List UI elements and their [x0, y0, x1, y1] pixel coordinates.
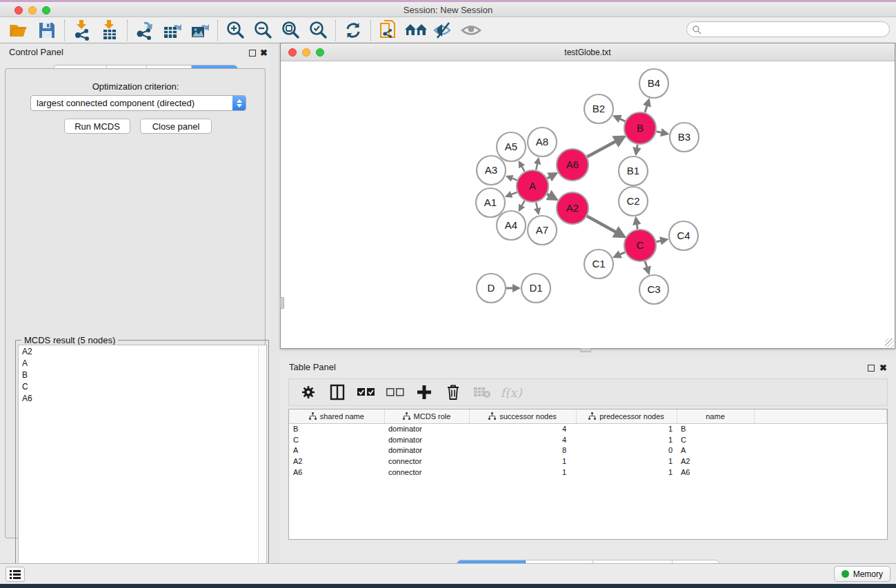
function-builder-icon[interactable]: f(x) — [501, 383, 521, 402]
node-A[interactable]: A — [517, 170, 548, 202]
edge-A-A8[interactable] — [536, 159, 539, 170]
control-panel-float-icon[interactable] — [249, 50, 256, 57]
search-input[interactable] — [701, 25, 889, 34]
node-B3[interactable]: B3 — [670, 123, 699, 152]
column-header-name[interactable]: name — [677, 409, 754, 423]
task-history-button[interactable] — [6, 567, 25, 582]
clone-network-icon[interactable] — [375, 19, 402, 42]
criterion-dropdown[interactable]: largest connected component (directed) — [30, 95, 246, 111]
mcds-result-item[interactable]: B — [19, 369, 266, 381]
node-A6[interactable]: A6 — [557, 149, 588, 181]
column-header-successor-nodes[interactable]: successor nodes — [469, 409, 576, 423]
edge-A-A3[interactable] — [507, 176, 517, 180]
table-row[interactable]: A6connector11A6 — [289, 467, 887, 478]
node-C2[interactable]: C2 — [619, 187, 648, 216]
mcds-result-item[interactable]: A6 — [19, 392, 266, 404]
node-D1[interactable]: D1 — [521, 274, 550, 303]
memory-button[interactable]: Memory — [834, 566, 890, 582]
table-settings-icon[interactable] — [299, 383, 318, 402]
save-session-icon[interactable] — [33, 19, 61, 42]
table-row[interactable]: Cdominator41C — [289, 434, 887, 445]
show-selected-icon[interactable] — [457, 19, 485, 42]
zoom-fit-icon[interactable] — [277, 19, 304, 42]
node-C[interactable]: C — [624, 230, 656, 261]
column-header-MCDS-role[interactable]: MCDS role — [384, 409, 469, 423]
edge-A-A7[interactable] — [536, 202, 539, 213]
select-all-columns-icon[interactable] — [357, 383, 376, 402]
node-A5[interactable]: A5 — [497, 132, 526, 161]
edge-B-B2[interactable] — [615, 116, 626, 121]
delete-column-icon[interactable] — [444, 383, 463, 402]
export-image-icon[interactable] — [186, 19, 214, 42]
network-canvas[interactable]: B4B2BB3A8A5A6A3B1AA1C2A2A4A7C4CC1C3DD1 — [281, 62, 894, 348]
result-list-scrollbar[interactable] — [258, 345, 266, 573]
table-panel-float-icon[interactable] — [868, 365, 875, 372]
edge-A-A2[interactable] — [547, 194, 556, 199]
edge-C-C1[interactable] — [615, 252, 625, 257]
column-header-shared-name[interactable]: shared name — [289, 409, 384, 423]
column-header-predecessor-nodes[interactable]: predecessor nodes — [576, 409, 677, 423]
deselect-all-columns-icon[interactable] — [386, 383, 405, 402]
table-row[interactable]: A2connector11A2 — [289, 456, 887, 467]
edge-A-A4[interactable] — [519, 201, 525, 210]
node-C1[interactable]: C1 — [584, 250, 613, 278]
node-B2[interactable]: B2 — [584, 94, 613, 123]
mcds-result-list[interactable]: A2ABCA6 — [18, 345, 267, 574]
refresh-icon[interactable] — [339, 19, 367, 42]
zoom-out-icon[interactable] — [249, 19, 277, 42]
table-panel-close-icon[interactable]: ✖ — [879, 363, 887, 374]
network-graph[interactable]: B4B2BB3A8A5A6A3B1AA1C2A2A4A7C4CC1C3DD1 — [281, 62, 894, 348]
delete-table-icon[interactable] — [472, 383, 492, 402]
edge-B-B3[interactable] — [657, 132, 668, 134]
column-selector-icon[interactable] — [328, 383, 347, 402]
edge-A6-B[interactable] — [587, 137, 624, 157]
open-session-icon[interactable] — [6, 19, 33, 42]
split-divider-handle[interactable] — [580, 348, 591, 352]
export-table-icon[interactable] — [159, 19, 186, 42]
table-row[interactable]: Bdominator41B — [289, 423, 887, 434]
edge-C-C2[interactable] — [636, 219, 637, 230]
window-resize-grip[interactable] — [885, 338, 894, 347]
node-A1[interactable]: A1 — [476, 188, 505, 217]
toolbar-separator — [335, 20, 336, 41]
edge-A-A1[interactable] — [506, 192, 517, 196]
control-panel-close-icon[interactable]: ✖ — [260, 48, 268, 59]
toolbar-separator — [127, 20, 128, 41]
import-network-icon[interactable] — [68, 19, 96, 42]
node-B[interactable]: B — [624, 112, 656, 144]
close-panel-button[interactable]: Close panel — [140, 119, 212, 134]
split-divider-handle[interactable] — [280, 297, 284, 309]
hide-selected-icon[interactable] — [430, 19, 457, 42]
home-view-icon[interactable] — [402, 19, 430, 42]
node-A3[interactable]: A3 — [477, 156, 506, 185]
svg-text:C4: C4 — [677, 230, 690, 241]
mcds-result-item[interactable]: C — [19, 381, 266, 392]
node-A7[interactable]: A7 — [528, 216, 557, 245]
edge-A2-C[interactable] — [587, 216, 624, 236]
dropdown-stepper-icon[interactable] — [232, 96, 246, 110]
mcds-result-item[interactable]: A2 — [19, 345, 266, 357]
edge-C-C4[interactable] — [656, 239, 666, 241]
node-A4[interactable]: A4 — [497, 211, 526, 240]
edge-A-A6[interactable] — [547, 174, 556, 179]
edge-C-C3[interactable] — [645, 261, 648, 273]
run-mcds-button[interactable]: Run MCDS — [64, 119, 130, 134]
node-C3[interactable]: C3 — [639, 275, 668, 304]
import-table-icon[interactable] — [96, 19, 123, 42]
add-column-icon[interactable] — [415, 383, 434, 402]
edge-A-A5[interactable] — [519, 162, 525, 172]
node-A2[interactable]: A2 — [557, 192, 588, 224]
node-C4[interactable]: C4 — [669, 221, 698, 250]
table-row[interactable]: Adominator80A — [289, 445, 887, 456]
network-window-titlebar[interactable]: testGlobe.txt — [281, 43, 895, 61]
edge-B-B4[interactable] — [645, 100, 649, 112]
zoom-selected-icon[interactable] — [304, 19, 332, 42]
node-B4[interactable]: B4 — [639, 69, 668, 98]
node-A8[interactable]: A8 — [528, 128, 557, 156]
zoom-in-icon[interactable] — [221, 19, 249, 42]
node-D[interactable]: D — [477, 274, 506, 303]
mcds-result-item[interactable]: A — [19, 357, 266, 369]
node-B1[interactable]: B1 — [619, 156, 648, 185]
edge-B-B1[interactable] — [636, 145, 637, 154]
export-network-icon[interactable] — [131, 19, 159, 42]
